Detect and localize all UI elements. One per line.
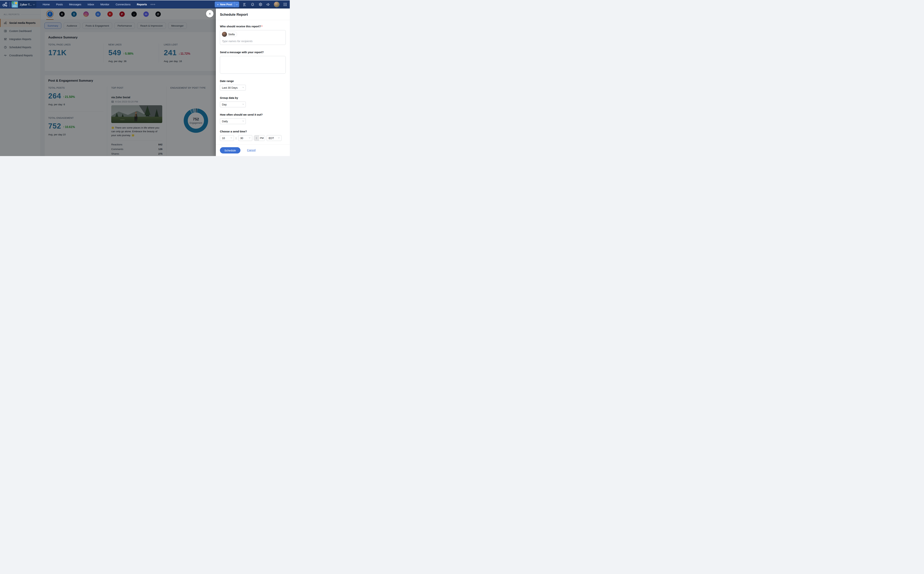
nav-item-home[interactable]: Home — [43, 3, 50, 6]
time-separator: : — [235, 137, 237, 140]
panel-title: Schedule Report — [220, 13, 286, 17]
message-textarea[interactable] — [220, 56, 286, 74]
nav-item-posts[interactable]: Posts — [56, 3, 63, 6]
drag-handle-icon — [254, 136, 259, 141]
am-pm-toggle[interactable]: PM — [254, 135, 265, 141]
frequency-group: How often should we send it out? Daily — [220, 113, 286, 124]
new-post-label: New Post — [220, 3, 232, 6]
close-icon — [208, 13, 211, 15]
notifications-bell-icon[interactable] — [251, 2, 255, 6]
cancel-link[interactable]: Cancel — [247, 148, 256, 151]
chevron-down-icon — [33, 3, 35, 5]
zoho-social-logo-icon[interactable] — [2, 2, 8, 7]
required-asterisk: * — [262, 25, 262, 28]
send-time-label: Choose a send time? — [220, 130, 286, 133]
zoho-social-app: Zylker Travels Zylker T... Home Posts Me… — [0, 0, 290, 156]
frequency-select[interactable]: Daily — [220, 118, 246, 124]
meridiem-value: PM — [259, 136, 265, 141]
new-post-dropdown-button[interactable] — [234, 2, 239, 7]
recipient-name: Stella — [228, 33, 235, 36]
message-label: Send a message with your report? — [220, 51, 286, 54]
new-post-button[interactable]: + New Post — [215, 2, 239, 7]
nav-item-monitor[interactable]: Monitor — [100, 3, 109, 6]
date-range-select[interactable]: Last 30 Days — [220, 85, 246, 90]
top-navbar: Zylker Travels Zylker T... Home Posts Me… — [0, 0, 290, 8]
nav-divider — [9, 2, 10, 7]
schedule-button[interactable]: Schedule — [220, 147, 240, 153]
plus-icon: + — [217, 3, 219, 6]
group-by-select[interactable]: Day — [220, 102, 246, 107]
nav-item-connections[interactable]: Connections — [116, 3, 131, 6]
timezone-select[interactable]: EDT — [267, 135, 281, 141]
zylker-travels-logo: Zylker Travels — [12, 1, 18, 8]
brand-name: Zylker T... — [18, 3, 33, 6]
minute-select[interactable]: 30 — [238, 135, 252, 141]
settings-gear-icon[interactable] — [258, 2, 262, 6]
date-range-group: Date range Last 30 Days — [220, 80, 286, 90]
send-time-group: Choose a send time? 10 : 30 PM EDT — [220, 130, 286, 141]
more-menu-icon[interactable] — [151, 4, 155, 5]
close-panel-button[interactable] — [206, 10, 213, 17]
message-group: Send a message with your report? — [220, 51, 286, 74]
recipients-group: Who should receive this report?* Stella … — [220, 25, 286, 45]
announcement-megaphone-icon[interactable] — [266, 2, 270, 6]
group-by-label: Group data by — [220, 96, 286, 99]
hour-select[interactable]: 10 — [220, 135, 234, 141]
group-by-group: Group data by Day — [220, 96, 286, 107]
recipient-avatar — [222, 32, 227, 37]
brand-selector[interactable]: Zylker Travels Zylker T... — [12, 1, 36, 8]
user-avatar[interactable] — [274, 2, 280, 7]
recipients-placeholder: Type names for recipients — [222, 40, 284, 43]
main-nav-menu: Home Posts Messages Inbox Monitor Connec… — [43, 3, 155, 6]
nav-item-messages[interactable]: Messages — [69, 3, 81, 6]
nav-item-inbox[interactable]: Inbox — [88, 3, 94, 6]
apps-grid-icon[interactable] — [283, 2, 287, 6]
nav-item-reports[interactable]: Reports — [137, 3, 147, 6]
frequency-label: How often should we send it out? — [220, 113, 286, 116]
panel-footer: Schedule Cancel — [216, 144, 290, 156]
feed-list-icon[interactable] — [243, 2, 247, 6]
recipients-input[interactable]: Stella Type names for recipients — [220, 30, 286, 45]
schedule-report-panel: Schedule Report Who should receive this … — [216, 8, 290, 156]
recipient-chip-stella[interactable]: Stella — [222, 32, 237, 37]
date-range-label: Date range — [220, 80, 286, 82]
recipients-label: Who should receive this report? — [220, 25, 261, 28]
